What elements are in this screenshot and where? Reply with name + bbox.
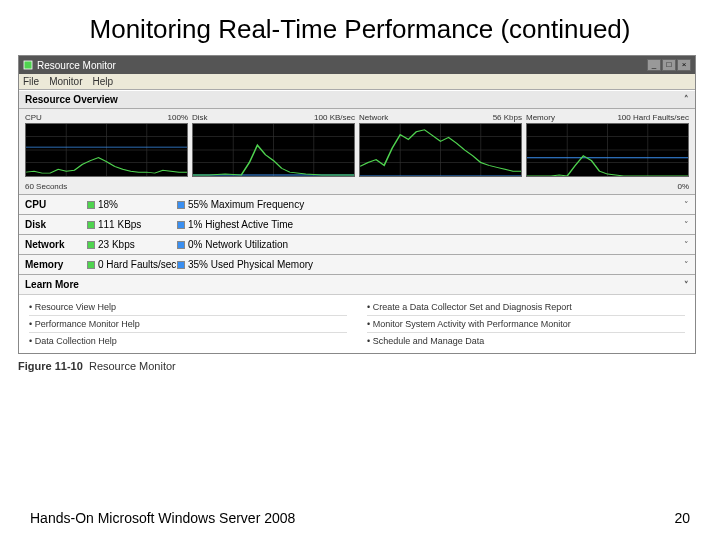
chevron-down-icon: ˅	[684, 220, 689, 230]
graph-network: Network56 Kbps	[359, 113, 522, 177]
section-label: Memory	[25, 259, 87, 270]
graph-scale: 100%	[168, 113, 188, 122]
figure-caption: Figure 11-10 Resource Monitor	[18, 360, 720, 372]
memory-chart	[526, 123, 689, 177]
green-swatch-icon	[87, 241, 95, 249]
slide-number: 20	[674, 510, 690, 526]
svg-rect-0	[24, 61, 32, 69]
learn-more-header[interactable]: Learn More ˅	[19, 274, 695, 294]
blue-swatch-icon	[177, 201, 185, 209]
close-button[interactable]: ×	[677, 59, 691, 71]
learn-link[interactable]: Data Collection Help	[29, 333, 347, 349]
section-value-1: 23 Kbps	[98, 239, 135, 250]
chevron-down-icon: ˅	[684, 280, 689, 290]
chevron-down-icon: ˅	[684, 260, 689, 270]
graph-scale: 56 Kbps	[493, 113, 522, 122]
graph-disk: Disk100 KB/sec	[192, 113, 355, 177]
section-label: Disk	[25, 219, 87, 230]
section-value-2: 35% Used Physical Memory	[188, 259, 313, 270]
graph-memory: Memory100 Hard Faults/sec	[526, 113, 689, 177]
section-cpu[interactable]: CPU 18% 55% Maximum Frequency ˅	[19, 194, 695, 214]
learn-link[interactable]: Monitor System Activity with Performance…	[367, 316, 685, 332]
section-label: Network	[25, 239, 87, 250]
overview-label: Resource Overview	[25, 94, 118, 105]
menubar: File Monitor Help	[19, 74, 695, 90]
learn-link[interactable]: Resource View Help	[29, 299, 347, 315]
blue-swatch-icon	[177, 241, 185, 249]
section-label: CPU	[25, 199, 87, 210]
section-value-1: 111 KBps	[98, 219, 141, 230]
graph-name: Network	[359, 113, 388, 122]
learn-link[interactable]: Schedule and Manage Data	[367, 333, 685, 349]
app-icon	[23, 60, 33, 70]
x-axis-label: 60 Seconds	[25, 182, 67, 191]
graph-axis-labels: 60 Seconds 0%	[19, 181, 695, 194]
section-value-1: 0 Hard Faults/sec	[98, 259, 176, 270]
figure-text: Resource Monitor	[89, 360, 176, 372]
graph-cpu: CPU100%	[25, 113, 188, 177]
slide-footer: Hands-On Microsoft Windows Server 2008 2…	[0, 510, 720, 526]
graph-name: Memory	[526, 113, 555, 122]
menu-file[interactable]: File	[23, 76, 39, 87]
window-controls: _ □ ×	[647, 59, 691, 71]
blue-swatch-icon	[177, 261, 185, 269]
menu-monitor[interactable]: Monitor	[49, 76, 82, 87]
cpu-chart	[25, 123, 188, 177]
blue-swatch-icon	[177, 221, 185, 229]
graph-row: CPU100% Disk100 KB/sec Network56 Kbps Me…	[19, 109, 695, 181]
maximize-button[interactable]: □	[662, 59, 676, 71]
chevron-up-icon: ˄	[684, 94, 689, 105]
section-disk[interactable]: Disk 111 KBps 1% Highest Active Time ˅	[19, 214, 695, 234]
resource-monitor-window: Resource Monitor _ □ × File Monitor Help…	[18, 55, 696, 354]
menu-help[interactable]: Help	[92, 76, 113, 87]
window-title: Resource Monitor	[37, 60, 116, 71]
figure-number: Figure 11-10	[18, 360, 83, 372]
chevron-down-icon: ˅	[684, 240, 689, 250]
graph-scale: 100 KB/sec	[314, 113, 355, 122]
learn-more-body: Resource View Help Performance Monitor H…	[19, 294, 695, 353]
learn-more-label: Learn More	[25, 279, 79, 290]
section-value-2: 55% Maximum Frequency	[188, 199, 304, 210]
learn-link[interactable]: Create a Data Collector Set and Diagnosi…	[367, 299, 685, 315]
learn-link[interactable]: Performance Monitor Help	[29, 316, 347, 332]
minimize-button[interactable]: _	[647, 59, 661, 71]
section-value-1: 18%	[98, 199, 118, 210]
y-axis-min: 0%	[677, 182, 689, 191]
slide-title: Monitoring Real-Time Performance (contin…	[0, 0, 720, 55]
green-swatch-icon	[87, 201, 95, 209]
graph-name: Disk	[192, 113, 208, 122]
footer-text: Hands-On Microsoft Windows Server 2008	[30, 510, 295, 526]
section-value-2: 1% Highest Active Time	[188, 219, 293, 230]
titlebar: Resource Monitor _ □ ×	[19, 56, 695, 74]
green-swatch-icon	[87, 221, 95, 229]
section-value-2: 0% Network Utilization	[188, 239, 288, 250]
graph-scale: 100 Hard Faults/sec	[617, 113, 689, 122]
section-network[interactable]: Network 23 Kbps 0% Network Utilization ˅	[19, 234, 695, 254]
chevron-down-icon: ˅	[684, 200, 689, 210]
green-swatch-icon	[87, 261, 95, 269]
graph-name: CPU	[25, 113, 42, 122]
network-chart	[359, 123, 522, 177]
section-memory[interactable]: Memory 0 Hard Faults/sec 35% Used Physic…	[19, 254, 695, 274]
disk-chart	[192, 123, 355, 177]
resource-overview-header[interactable]: Resource Overview ˄	[19, 90, 695, 109]
